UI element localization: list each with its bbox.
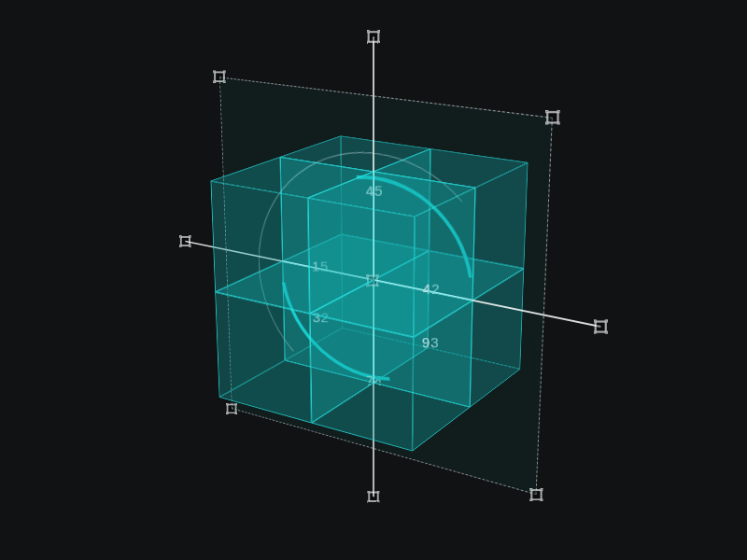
viewport-3d[interactable]: 45 15 42 32 93 74 <box>0 0 747 560</box>
handle-plane-tr[interactable] <box>545 110 560 125</box>
svg-rect-2 <box>369 32 379 42</box>
handle-y-neg[interactable] <box>367 30 381 44</box>
svg-rect-6 <box>547 112 557 122</box>
